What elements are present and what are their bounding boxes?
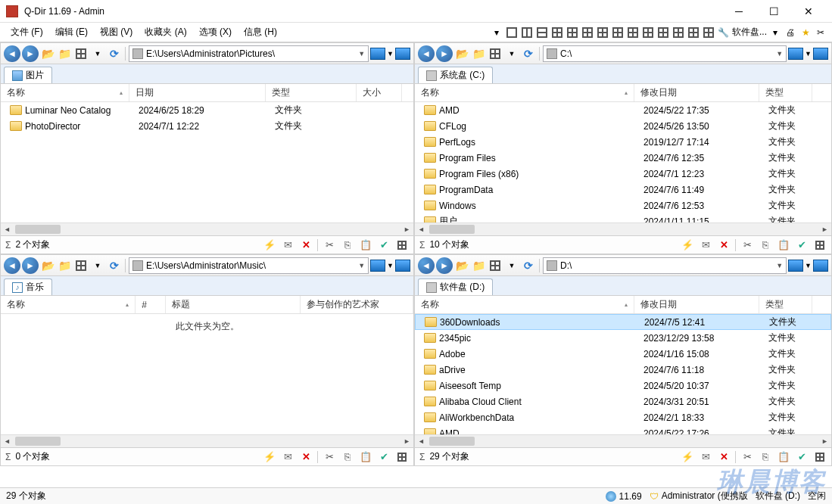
monitor1-icon[interactable] (370, 48, 385, 60)
cut-icon[interactable]: ✂ (323, 238, 336, 252)
menu-4[interactable]: 选项 (X) (193, 23, 238, 42)
monitor2-icon[interactable] (395, 260, 410, 272)
view-dd-icon[interactable]: ▼ (90, 46, 105, 61)
monitor2-icon[interactable] (813, 48, 828, 60)
forward-button[interactable]: ► (436, 257, 453, 274)
mon-dd-icon[interactable]: ▼ (805, 262, 812, 269)
layout-5-icon[interactable] (626, 26, 640, 39)
col-0[interactable]: 名称▴ (415, 296, 634, 313)
cut-icon[interactable]: ✂ (740, 450, 754, 464)
check-icon[interactable]: ✔ (795, 238, 809, 252)
menu-3[interactable]: 收藏夹 (A) (139, 23, 192, 42)
address-bar[interactable]: D:\ ▼ (543, 257, 787, 274)
print-icon[interactable]: 🖨 (784, 26, 797, 39)
column-header[interactable]: 名称▴#标题参与创作的艺术家 (1, 296, 413, 314)
layout-1-icon[interactable] (505, 26, 519, 39)
drive-label[interactable]: 软件盘... (732, 26, 767, 39)
refresh-icon[interactable]: ⟳ (107, 46, 122, 61)
clip-icon[interactable]: ✂ (814, 26, 827, 39)
col-0[interactable]: 名称▴ (415, 84, 634, 101)
pane-tab[interactable]: 软件盘 (D:) (418, 278, 493, 295)
col-3[interactable]: 大小 (357, 84, 402, 101)
address-dropdown-icon[interactable]: ▼ (776, 262, 783, 269)
pane-tab[interactable]: 图片 (4, 67, 52, 83)
layout-3b-icon[interactable] (566, 26, 579, 39)
back-button[interactable]: ◄ (418, 45, 435, 62)
col-2[interactable]: 标题 (166, 296, 301, 313)
star-icon[interactable]: ★ (799, 26, 812, 39)
copy-icon[interactable]: ⎘ (341, 450, 354, 464)
folder-up-icon[interactable]: 📁 (471, 258, 486, 273)
dropdown-icon[interactable]: ▾ (490, 26, 503, 39)
copy-icon[interactable]: ⎘ (341, 238, 354, 252)
maximize-button[interactable]: ☐ (756, 0, 791, 23)
layout-2h-icon[interactable] (520, 26, 534, 39)
delete-icon[interactable]: ✕ (299, 238, 313, 252)
layout-7-icon[interactable] (656, 26, 670, 39)
layout-10-icon[interactable] (702, 26, 715, 39)
pane-tab[interactable]: ♪ 音乐 (4, 278, 52, 295)
file-row[interactable]: PhotoDirector2024/7/1 12:22文件夹 (1, 118, 413, 134)
col-1[interactable]: 日期 (129, 84, 266, 101)
bolt-icon[interactable]: ⚡ (263, 450, 276, 464)
grid-icon[interactable] (395, 450, 409, 464)
mail-icon[interactable]: ✉ (699, 238, 712, 252)
address-bar[interactable]: E:\Users\Administrator\Music\ ▼ (129, 257, 369, 274)
cut-icon[interactable]: ✂ (323, 450, 336, 464)
tool-icon[interactable]: 🔧 (717, 26, 731, 39)
mail-icon[interactable]: ✉ (281, 450, 294, 464)
layout-9-icon[interactable] (687, 26, 700, 39)
monitor2-icon[interactable] (395, 48, 410, 60)
menu-5[interactable]: 信息 (H) (238, 23, 283, 42)
file-row[interactable]: Aiseesoft Temp2024/5/20 10:37文件夹 (415, 378, 831, 394)
file-row[interactable]: Program Files2024/7/6 12:35文件夹 (415, 150, 831, 166)
h-scrollbar[interactable]: ◄► (1, 222, 413, 235)
monitor1-icon[interactable] (788, 48, 803, 60)
bolt-icon[interactable]: ⚡ (263, 238, 276, 252)
folder-open-icon[interactable]: 📂 (40, 46, 55, 61)
file-row[interactable]: ProgramData2024/7/6 11:49文件夹 (415, 182, 831, 198)
grid-icon[interactable] (395, 238, 409, 252)
col-2[interactable]: 类型 (266, 84, 357, 101)
paste-icon[interactable]: 📋 (777, 238, 790, 252)
file-row[interactable]: AliWorkbenchData2024/2/1 18:33文件夹 (415, 409, 831, 425)
mail-icon[interactable]: ✉ (699, 450, 712, 464)
file-row[interactable]: Adobe2024/1/16 15:08文件夹 (415, 346, 831, 362)
file-row[interactable]: AMD2024/5/22 17:26文件夹 (415, 425, 831, 434)
folder-up-icon[interactable]: 📁 (57, 46, 72, 61)
view-icon[interactable] (488, 46, 503, 61)
delete-icon[interactable]: ✕ (717, 450, 731, 464)
copy-icon[interactable]: ⎘ (759, 450, 772, 464)
col-2[interactable]: 类型 (759, 296, 812, 313)
mail-icon[interactable]: ✉ (281, 238, 294, 252)
file-list[interactable]: Luminar Neo Catalog2024/6/25 18:29文件夹Pho… (1, 102, 413, 222)
file-row[interactable]: Luminar Neo Catalog2024/6/25 18:29文件夹 (1, 102, 413, 118)
refresh-icon[interactable]: ⟳ (521, 46, 536, 61)
col-0[interactable]: 名称▴ (1, 84, 129, 101)
file-row[interactable]: aDrive2024/7/6 11:18文件夹 (415, 362, 831, 378)
bolt-icon[interactable]: ⚡ (681, 450, 694, 464)
check-icon[interactable]: ✔ (795, 450, 809, 464)
view-icon[interactable] (73, 258, 89, 273)
back-button[interactable]: ◄ (4, 45, 20, 62)
layout-3d-icon[interactable] (596, 26, 609, 39)
copy-icon[interactable]: ⎘ (759, 238, 772, 252)
column-header[interactable]: 名称▴修改日期类型 (415, 296, 831, 314)
layout-8-icon[interactable] (672, 26, 685, 39)
address-dropdown-icon[interactable]: ▼ (358, 262, 365, 269)
col-1[interactable]: # (136, 296, 166, 313)
folder-open-icon[interactable]: 📂 (454, 258, 469, 273)
view-icon[interactable] (73, 46, 89, 61)
file-row[interactable]: AMD2024/5/22 17:35文件夹 (415, 102, 831, 118)
folder-up-icon[interactable]: 📁 (471, 46, 486, 61)
view-dd-icon[interactable]: ▼ (90, 258, 105, 273)
file-list[interactable]: AMD2024/5/22 17:35文件夹CFLog2024/5/26 13:5… (415, 102, 831, 222)
view-dd-icon[interactable]: ▼ (504, 258, 519, 273)
col-1[interactable]: 修改日期 (634, 296, 759, 313)
file-row[interactable]: Windows2024/7/6 12:53文件夹 (415, 198, 831, 213)
check-icon[interactable]: ✔ (377, 238, 391, 252)
forward-button[interactable]: ► (436, 45, 453, 62)
column-header[interactable]: 名称▴修改日期类型 (415, 84, 831, 102)
menu-0[interactable]: 文件 (F) (5, 23, 49, 42)
grid-icon[interactable] (813, 238, 827, 252)
